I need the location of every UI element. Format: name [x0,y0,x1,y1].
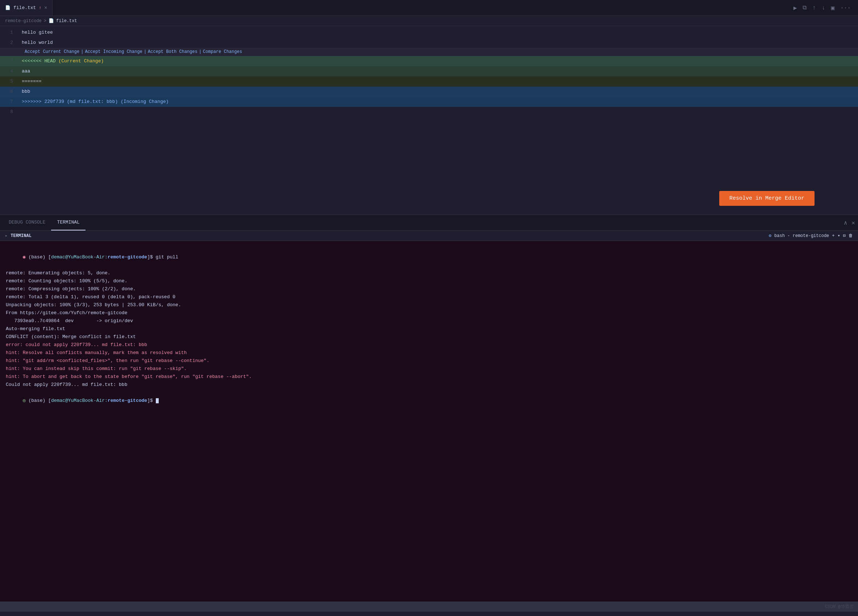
terminal-split-button[interactable]: ⊟ [843,233,846,238]
terminal-line-7: From https://gitee.com/Yufch/remote-gitc… [6,309,852,317]
terminal-line-6: Unpacking objects: 100% (3/3), 253 bytes… [6,301,852,309]
compare-changes[interactable]: Compare Changes [203,49,242,54]
tab-close-button[interactable]: × [44,5,47,11]
line-number-4: 4 [0,66,19,76]
line-content-5[interactable]: ======= [19,76,858,87]
tab-bar: 📄 file.txt ! × ▶ ⧉ ↑ ↓ ▣ ··· [0,0,858,16]
line-content-1[interactable]: hello gitee [19,28,858,38]
editor-line-8: 8 [0,107,858,117]
line-number-1: 1 [0,28,19,38]
breadcrumb-folder[interactable]: remote-gitcode [5,19,42,23]
file-tab[interactable]: 📄 file.txt ! × [0,0,53,16]
editor-line-1: 1 hello gitee [0,28,858,38]
terminal-line-12: hint: Resolve all conflicts manually, ma… [6,349,852,357]
conflict-actions-bar: Accept Current Change | Accept Incoming … [0,48,858,56]
line-content-7[interactable]: >>>>>>> 220f739 (md file.txt: bbb) (Inco… [19,97,858,107]
terminal-line-prompt: ◎ (base) [demac@YuMacBook-Air:remote-git… [6,389,852,413]
editor-line-5: 5 ======= [0,76,858,87]
terminal-add-button[interactable]: + [832,233,835,238]
terminal-line-10: CONFLICT (content): Merge conflict in fi… [6,333,852,341]
terminal-dropdown-icon[interactable]: ▾ [838,233,840,238]
terminal-line-13: hint: "git add/rm <conflicted_files>", t… [6,357,852,365]
layout-icon[interactable]: ▣ [831,4,835,12]
panel-tab-actions: ∧ ✕ [844,219,855,227]
line-number-8: 8 [0,107,19,117]
terminal-line-15: hint: To abort and get back to the state… [6,373,852,381]
terminal-expand-icon[interactable]: ▸ [5,233,8,238]
editor-area: 1 hello gitee 2 hello world Accept Curre… [0,26,858,215]
terminal-trash-button[interactable]: 🗑 [849,233,853,238]
breadcrumb-file: file.txt [56,19,77,23]
run-icon[interactable]: ▶ [794,4,797,12]
line-content-4[interactable]: aaa [19,66,858,76]
conflict-sep-2: | [144,49,146,54]
accept-both-changes[interactable]: Accept Both Changes [148,49,197,54]
terminal-line-14: hint: You can instead skip this commit: … [6,365,852,373]
terminal-line-8: 7393ea0..7c49864 dev -> origin/dev [6,317,852,325]
line-number-5: 5 [0,76,19,87]
bash-shell-icon: ⚙ [769,233,771,238]
navigate-up-icon[interactable]: ↑ [812,5,816,11]
watermark-text: CSDN @华晨玄 [825,604,854,610]
prompt-indicator-1: ◉ [23,254,29,260]
tab-modified-indicator: ! [39,6,41,10]
terminal-body[interactable]: ◉ (base) [demac@YuMacBook-Air:remote-git… [0,241,858,602]
terminal-line-9: Auto-merging file.txt [6,325,852,333]
conflict-sep-1: | [81,49,83,54]
breadcrumb-separator: > [44,19,47,23]
bottom-panel: DEBUG CONSOLE TERMINAL ∧ ✕ ▸ TERMINAL ⚙ … [0,215,858,602]
terminal-line-16: Could not apply 220f739... md file.txt: … [6,381,852,389]
line-number-7: 7 [0,97,19,107]
terminal-line-4: remote: Compressing objects: 100% (2/2),… [6,285,852,293]
line-content-3[interactable]: <<<<<<< HEAD (Current Change) [19,56,858,66]
panel-close-icon[interactable]: ✕ [852,219,855,227]
terminal-line-1: ◉ (base) [demac@YuMacBook-Air:remote-git… [6,245,852,269]
file-icon: 📄 [5,5,11,11]
terminal-line-3: remote: Counting objects: 100% (5/5), do… [6,277,852,285]
tab-filename: file.txt [13,5,36,11]
resolve-in-merge-editor-button[interactable]: Resolve in Merge Editor [719,191,814,206]
line-content-6[interactable]: bbb [19,87,858,97]
editor-actions: ▶ ⧉ ↑ ↓ ▣ ··· [794,4,858,12]
line-content-2[interactable]: hello world [19,38,858,48]
breadcrumb: remote-gitcode > 📄 file.txt [0,16,858,26]
editor-line-6: 6 bbb [0,87,858,97]
panel-collapse-icon[interactable]: ∧ [844,219,847,227]
breadcrumb-file-icon: 📄 [48,18,54,23]
terminal-cursor [156,398,159,403]
editor-line-3: 3 <<<<<<< HEAD (Current Change) [0,56,858,66]
navigate-down-icon[interactable]: ↓ [822,5,825,11]
more-actions-icon[interactable]: ··· [840,5,851,11]
editor-line-2: 2 hello world [0,38,858,48]
panel-tabs: DEBUG CONSOLE TERMINAL ∧ ✕ [0,215,858,231]
line-number-3: 3 [0,56,19,66]
conflict-sep-3: | [199,49,202,54]
terminal-line-2: remote: Enumerating objects: 5, done. [6,269,852,277]
terminal-section-label: TERMINAL [11,233,31,238]
tab-terminal[interactable]: TERMINAL [51,215,85,230]
terminal-header: ▸ TERMINAL ⚙ bash - remote-gitcode + ▾ ⊟… [0,231,858,241]
bash-info: ⚙ bash - remote-gitcode + ▾ ⊟ 🗑 [769,233,853,238]
editor-content: 1 hello gitee 2 hello world Accept Curre… [0,26,858,117]
tab-debug-console[interactable]: DEBUG CONSOLE [3,215,51,230]
prompt-indicator-end: ◎ [23,398,29,403]
bash-label: bash - remote-gitcode [774,233,829,238]
accept-current-change[interactable]: Accept Current Change [25,49,79,54]
line-content-8[interactable] [19,107,858,117]
terminal-line-5: remote: Total 3 (delta 1), reused 0 (del… [6,293,852,301]
line-number-6: 6 [0,87,19,97]
split-icon[interactable]: ⧉ [802,4,807,11]
status-bar: CSDN @华晨玄 [0,602,858,612]
editor-line-7: 7 >>>>>>> 220f739 (md file.txt: bbb) (In… [0,97,858,107]
line-number-2: 2 [0,38,19,48]
accept-incoming-change[interactable]: Accept Incoming Change [85,49,142,54]
terminal-line-11: error: could not apply 220f739... md fil… [6,341,852,349]
editor-line-4: 4 aaa [0,66,858,76]
